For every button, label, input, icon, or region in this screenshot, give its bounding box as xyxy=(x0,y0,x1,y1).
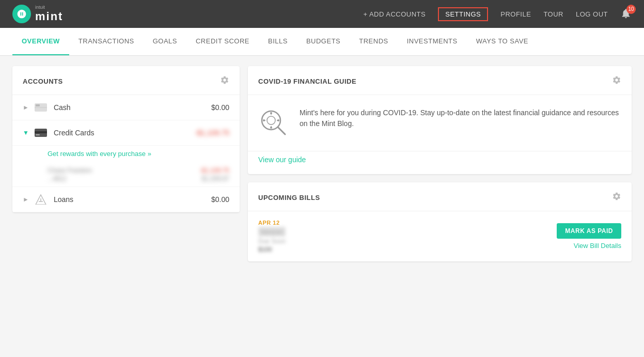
left-panel: ACCOUNTS ► Cash $0.00 xyxy=(12,66,240,261)
bills-card: UPCOMING BILLS APR 12 Verizon Due Soon $… xyxy=(248,182,632,261)
logout-link[interactable]: LOG OUT xyxy=(576,10,608,18)
bill-due-date: APR 12 xyxy=(258,220,286,226)
bills-card-header: UPCOMING BILLS xyxy=(248,182,632,211)
tab-credit-score[interactable]: CREDIT SCORE xyxy=(186,28,259,56)
tour-link[interactable]: TOUR xyxy=(543,10,563,18)
svg-point-18 xyxy=(263,119,265,121)
mark-as-paid-button[interactable]: MARK AS PAID xyxy=(557,223,621,239)
bill-name: Verizon xyxy=(258,227,286,237)
accounts-card-header: ACCOUNTS xyxy=(12,66,240,95)
covid-title: COVID-19 FINANCIAL GUIDE xyxy=(258,77,356,85)
view-guide-link[interactable]: View our guide xyxy=(248,151,632,174)
tab-overview[interactable]: OVERVIEW xyxy=(12,28,69,56)
sub-account-row-2: ...4812 $1,209.87 xyxy=(48,175,229,182)
covid-magnifier-icon xyxy=(258,107,289,138)
accounts-title: ACCOUNTS xyxy=(23,77,63,85)
cash-icon xyxy=(33,102,49,113)
bill-amount: $100 xyxy=(258,246,286,253)
svg-rect-1 xyxy=(36,104,40,106)
bills-body: APR 12 Verizon Due Soon $100 MARK AS PAI… xyxy=(248,211,632,261)
accounts-card: ACCOUNTS ► Cash $0.00 xyxy=(12,66,240,212)
notification-button[interactable]: 10 xyxy=(620,8,632,21)
tabs-bar: OVERVIEW TRANSACTIONS GOALS CREDIT SCORE… xyxy=(0,28,644,56)
sub-account-chase: Chase Freedom -$1,109.75 ...4812 $1,209.… xyxy=(12,164,240,187)
loans-account-row[interactable]: ► Loans $0.00 xyxy=(12,187,240,212)
profile-link[interactable]: PROFILE xyxy=(500,10,531,18)
tab-budgets[interactable]: BUDGETS xyxy=(297,28,350,56)
bills-title: UPCOMING BILLS xyxy=(258,194,320,201)
sub-account-amount2: $1,209.87 xyxy=(202,175,229,182)
tab-bills[interactable]: BILLS xyxy=(259,28,297,56)
svg-point-17 xyxy=(270,127,272,129)
bill-row: APR 12 Verizon Due Soon $100 MARK AS PAI… xyxy=(258,220,621,253)
tab-investments[interactable]: INVESTMENTS xyxy=(398,28,467,56)
accounts-settings-button[interactable] xyxy=(220,75,229,87)
bills-settings-button[interactable] xyxy=(612,192,621,204)
svg-point-11 xyxy=(267,116,275,125)
covid-card: COVID-19 FINANCIAL GUIDE xyxy=(248,66,632,174)
cash-label: Cash xyxy=(54,103,211,112)
settings-link[interactable]: SETTINGS xyxy=(438,7,488,21)
svg-point-16 xyxy=(270,112,272,114)
bill-info: APR 12 Verizon Due Soon $100 xyxy=(258,220,286,253)
loans-amount: $0.00 xyxy=(211,195,229,204)
covid-settings-button[interactable] xyxy=(612,75,621,87)
covid-body: Mint's here for you during COVID-19. Sta… xyxy=(248,95,632,151)
covid-text: Mint's here for you during COVID-19. Sta… xyxy=(300,107,621,129)
cash-chevron: ► xyxy=(23,104,29,111)
main-content: ACCOUNTS ► Cash $0.00 xyxy=(0,56,644,272)
loans-label: Loans xyxy=(54,195,211,204)
covid-card-header: COVID-19 FINANCIAL GUIDE xyxy=(248,66,632,95)
notification-badge: 10 xyxy=(626,5,636,14)
sub-account-row-1: Chase Freedom -$1,109.75 xyxy=(48,167,229,174)
credit-cards-account-row[interactable]: ▼ Credit Cards -$1,109.75 xyxy=(12,120,240,146)
app-header: intuit mint + ADD ACCOUNTS SETTINGS PROF… xyxy=(0,0,644,28)
svg-rect-4 xyxy=(35,131,47,133)
cash-account-row[interactable]: ► Cash $0.00 xyxy=(12,95,240,120)
svg-rect-5 xyxy=(36,134,40,135)
bill-detail: Due Soon xyxy=(258,238,286,245)
credit-cards-label: Credit Cards xyxy=(54,129,195,137)
mint-logo-icon xyxy=(12,5,31,23)
credit-cards-amount: -$1,109.75 xyxy=(195,129,229,137)
rewards-link[interactable]: Get rewards with every purchase » xyxy=(12,146,240,164)
tab-ways-to-save[interactable]: WAYS TO SAVE xyxy=(467,28,538,56)
bill-actions: MARK AS PAID View Bill Details xyxy=(557,223,621,250)
tab-trends[interactable]: TRENDS xyxy=(350,28,397,56)
logo-text: intuit mint xyxy=(35,5,63,23)
tab-transactions[interactable]: TRANSACTIONS xyxy=(69,28,144,56)
cash-amount: $0.00 xyxy=(211,103,229,112)
loans-icon xyxy=(33,194,49,205)
sub-account-amount: -$1,109.75 xyxy=(200,167,229,174)
add-accounts-link[interactable]: + ADD ACCOUNTS xyxy=(363,10,426,18)
logo-area: intuit mint xyxy=(12,5,63,23)
view-bill-details-link[interactable]: View Bill Details xyxy=(574,242,621,250)
svg-line-10 xyxy=(278,127,285,134)
tab-goals[interactable]: GOALS xyxy=(144,28,186,56)
sub-account-detail: ...4812 xyxy=(48,175,67,182)
header-nav: + ADD ACCOUNTS SETTINGS PROFILE TOUR LOG… xyxy=(363,7,632,21)
right-panel: COVID-19 FINANCIAL GUIDE xyxy=(248,66,632,261)
credit-card-icon xyxy=(33,128,49,138)
svg-point-19 xyxy=(277,119,279,121)
sub-account-name: Chase Freedom xyxy=(48,167,92,174)
loans-chevron: ► xyxy=(23,196,29,203)
credit-cards-chevron: ▼ xyxy=(23,129,29,136)
